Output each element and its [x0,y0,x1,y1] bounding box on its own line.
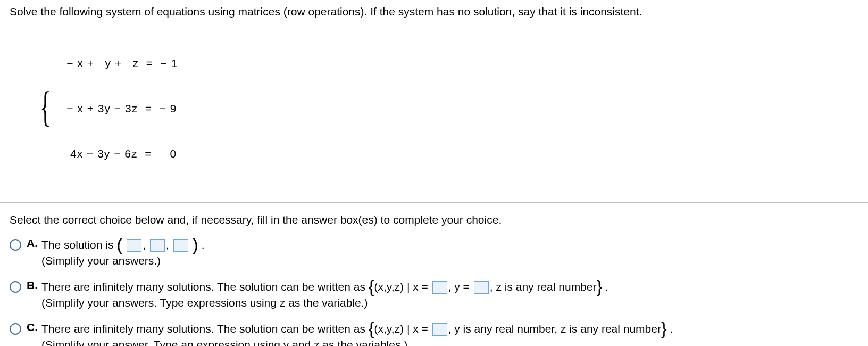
lbrace-icon: { [369,277,374,296]
choice-C-t4: . [667,323,673,335]
rparen-icon: ) [193,234,198,254]
radio-C[interactable] [10,323,21,335]
choice-A: A. The solution is ( , , ) . (Simplify y… [10,237,858,269]
choice-B-input-y[interactable] [474,281,489,294]
choice-C-t2: (x,y,z) | x = [374,323,431,335]
choice-B-input-x[interactable] [432,281,447,294]
choice-C: C. There are infinitely many solutions. … [10,321,858,346]
lparen-icon: ( [116,234,122,254]
problem-section: Solve the following system of equations … [0,0,868,201]
rbrace-icon: } [661,319,667,338]
choice-A-input-3[interactable] [173,239,188,252]
choice-B-letter: B. [27,279,41,292]
choice-B-t4: , z is any real number [490,281,597,293]
choice-A-input-1[interactable] [127,239,141,252]
instruction-section: Select the correct choice below and, if … [0,208,868,232]
equation-lines: − x + y + z = − 1 − x + 3y − 3z = − 9 4x… [63,26,178,192]
choice-C-t1: There are infinitely many solutions. The… [41,323,369,335]
radio-B[interactable] [10,281,21,293]
rbrace-icon: } [596,277,602,296]
choice-B-t5: . [602,281,608,293]
choice-C-input-x[interactable] [432,323,447,336]
choice-B-t2: (x,y,z) | x = [374,281,431,293]
choice-A-post: . [202,238,205,251]
choice-C-body: There are infinitely many solutions. The… [41,321,858,346]
problem-prompt: Solve the following system of equations … [10,5,858,18]
equation-system: { − x + y + z = − 1 − x + 3y − 3z = − 9 … [35,26,858,192]
left-brace-icon: { [40,85,51,128]
choice-B: B. There are infinitely many solutions. … [10,279,858,311]
choice-A-note: (Simplify your answers.) [41,253,858,269]
choice-B-note: (Simplify your answers. Type expressions… [41,295,858,311]
equation-1: − x + y + z = − 1 [63,56,178,71]
choice-C-t3: , y is any real number, z is any real nu… [448,323,661,335]
equation-2: − x + 3y − 3z = − 9 [63,101,178,116]
choice-B-t3: , y = [448,281,473,293]
equation-3: 4x − 3y − 6z = 0 [63,146,178,161]
radio-A[interactable] [10,239,21,251]
choice-C-letter: C. [27,321,41,334]
divider [0,202,868,203]
choice-A-pre: The solution is [41,238,116,251]
choice-A-body: The solution is ( , , ) . (Simplify your… [41,237,858,269]
lbrace-icon: { [369,319,374,338]
choice-C-note: (Simplify your answer. Type an expressio… [41,337,858,346]
choice-A-letter: A. [27,237,41,250]
instruction-text: Select the correct choice below and, if … [10,213,502,226]
choice-A-input-2[interactable] [150,239,165,252]
choices-list: A. The solution is ( , , ) . (Simplify y… [0,232,868,346]
choice-B-t1: There are infinitely many solutions. The… [41,281,369,293]
choice-B-body: There are infinitely many solutions. The… [41,279,858,311]
